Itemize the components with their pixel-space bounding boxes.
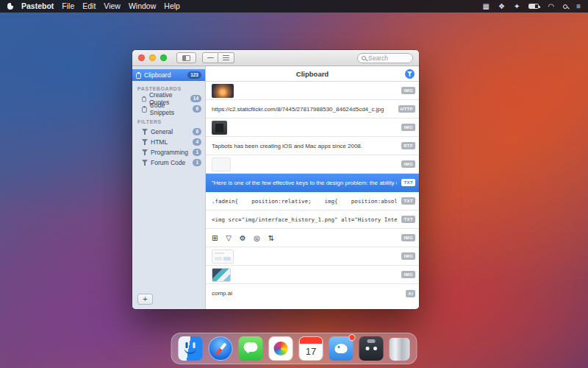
clipboard-icon [136,72,141,79]
item-text: comp.ai [212,290,232,297]
dock-calendar-icon[interactable]: 17 [299,336,323,361]
type-badge: TXT [401,197,415,205]
dock-trash-icon[interactable] [390,338,410,361]
menu-help[interactable]: Help [164,0,180,13]
pasteboard-icon [142,96,146,102]
type-badge: AI [406,290,415,297]
item-text: Tapbots has been creating iOS and Mac ap… [212,143,362,149]
desktop: Pastebot File Edit View Window Help ▦ ❖ … [0,0,588,368]
type-badge: IMG [401,234,415,241]
clipboard-item-url[interactable]: https://c2.staticflickr.com/8/7445/27817… [206,100,419,118]
image-thumbnail [212,250,234,263]
pastebot-window: Search Clipboard 123 PASTEBOARDS Creativ… [132,50,419,309]
clipboard-list: IMG https://c2.staticflickr.com/8/7445/2… [206,82,419,309]
clipboard-item-text[interactable]: comp.ai AI [206,284,419,302]
list-view-icon [223,55,229,60]
filter-button[interactable] [405,69,415,79]
clipboard-item-image[interactable]: IMG [206,82,419,100]
clipboard-item-code[interactable]: .fadein{ position:relative; img{ positio… [206,192,419,210]
sidebar-icon [182,55,190,61]
type-badge: IMG [401,160,415,168]
clipboard-item-image[interactable]: IMG [206,155,419,174]
calendar-header [300,337,323,344]
battery-icon[interactable] [528,4,539,9]
search-icon [362,56,366,60]
filter-icon [142,139,148,145]
notification-badge [349,334,356,341]
sidebar-item-forum-code[interactable]: Forum Code 1 [132,158,205,168]
list-view-button[interactable] [218,52,234,63]
window-toolbar: Search [132,50,419,66]
sidebar-item-label: General [151,128,173,135]
type-badge: HTTP [398,105,415,113]
dock-photos-icon[interactable] [269,336,293,361]
close-button[interactable] [138,54,145,61]
count-badge: 123 [187,71,201,79]
sidebar-item-label: Code Snippets [150,102,190,116]
dock-safari-icon[interactable] [209,336,233,361]
menu-app-name[interactable]: Pastebot [21,0,54,13]
menu-window[interactable]: Window [129,0,156,13]
clipboard-item-text-selected[interactable]: "Here is one of the few effective keys t… [206,174,419,192]
add-pasteboard-button[interactable]: + [137,294,153,305]
sidebar-item-label: Clipboard [144,71,171,79]
type-badge: IMG [401,87,415,94]
count-badge: 1 [193,159,201,166]
compact-view-icon [207,57,214,59]
count-badge: 6 [193,105,201,113]
calendar-day: 17 [300,344,323,360]
traffic-lights [138,54,167,61]
menu-bar-status-area: ▦ ❖ ✦ ◠ ≡ [483,2,581,10]
zoom-button[interactable] [160,54,167,61]
wifi-icon[interactable]: ◠ [548,2,554,10]
count-badge: 4 [193,138,201,146]
filter-icon [142,149,148,155]
status-icon[interactable]: ✦ [514,2,520,10]
menu-bar: Pastebot File Edit View Window Help ▦ ❖ … [0,0,588,13]
dock: 17 [171,333,417,364]
item-text: .fadein{ position:relative; img{ positio… [212,198,397,205]
view-mode-segmented-control [202,52,234,63]
content-pane: Clipboard IMG https://c2.staticflickr.co… [206,66,419,309]
pasteboard-icon [142,106,147,113]
filter-icon [142,160,148,166]
clipboard-item-text[interactable]: Tapbots has been creating iOS and Mac ap… [206,137,419,155]
image-thumbnail [212,268,231,282]
menu-file[interactable]: File [62,0,74,13]
type-badge: IMG [401,271,415,278]
notification-center-icon[interactable]: ≡ [576,2,581,10]
clipboard-item-image[interactable]: IMG [206,266,419,284]
menu-edit[interactable]: Edit [82,0,96,13]
search-placeholder: Search [368,55,388,62]
filter-icon [407,71,412,77]
item-text: https://c2.staticflickr.com/8/7445/27817… [212,106,384,113]
apple-menu-icon[interactable] [7,3,13,10]
type-badge: IMG [401,252,415,260]
dock-messages-icon[interactable] [239,336,263,361]
clipboard-item-image[interactable]: ⊞ ▽ ⚙ ◎ ⇅ IMG [206,229,419,247]
clipboard-item-image[interactable]: IMG [206,118,419,137]
content-title: Clipboard [296,70,329,78]
item-text: <img src="img/interface_history_1.png" a… [212,216,397,223]
dropbox-icon[interactable]: ❖ [498,2,505,10]
sidebar-item-code-snippets[interactable]: Code Snippets 6 [132,104,205,114]
sidebar-item-clipboard[interactable]: Clipboard 123 [132,69,205,81]
icons-preview: ⊞ ▽ ⚙ ◎ ⇅ [212,234,277,242]
spotlight-icon[interactable] [563,4,567,9]
clipboard-item-image[interactable]: IMG [206,247,419,266]
clipboard-item-code[interactable]: <img src="img/interface_history_1.png" a… [206,210,419,229]
sidebar-toggle-button[interactable] [176,52,196,63]
sidebar-item-programming[interactable]: Programming 1 [132,147,205,158]
count-badge: 14 [190,95,201,102]
sidebar-item-html[interactable]: HTML 4 [132,137,205,147]
dock-pastebot-icon[interactable] [359,336,384,361]
dock-tweetbot-icon[interactable] [329,336,354,361]
menu-view[interactable]: View [104,0,121,13]
sidebar-item-general[interactable]: General 6 [132,127,205,137]
minimize-button[interactable] [149,54,156,61]
compact-view-button[interactable] [202,52,218,63]
image-thumbnail [212,84,234,98]
grid-icon[interactable]: ▦ [483,2,490,10]
search-field[interactable]: Search [357,53,413,63]
dock-finder-icon[interactable] [179,336,203,361]
